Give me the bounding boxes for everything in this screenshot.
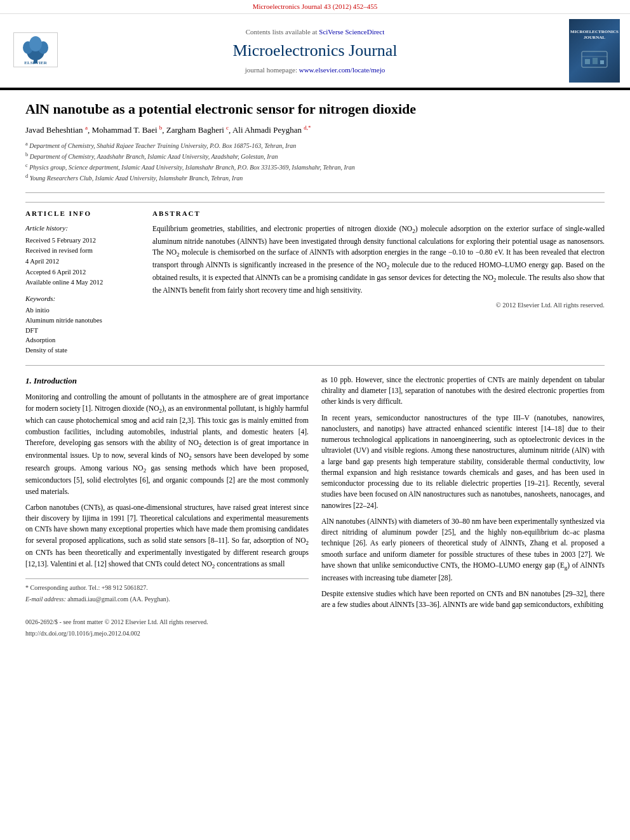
top-bar: Microelectronics Journal 43 (2012) 452–4… <box>0 0 630 14</box>
intro-para-2: Carbon nanotubes (CNTs), as quasi-one-di… <box>25 502 309 571</box>
journal-thumb-box: MICROELECTRONICSJOURNAL <box>569 19 620 83</box>
homepage-link[interactable]: www.elsevier.com/locate/mejo <box>299 66 385 74</box>
section1-heading: 1. Introduction <box>25 375 309 387</box>
footnote-2: E-mail address: ahmadi.iau@gmail.com (AA… <box>25 594 309 604</box>
affiliations: a Department of Chemistry, Shahid Rajaee… <box>25 140 605 183</box>
two-column-body: 1. Introduction Monitoring and controlli… <box>25 375 605 641</box>
footnote-4: http://dx.doi.org/10.1016/j.mejo.2012.04… <box>25 629 309 638</box>
keyword-5: Density of state <box>25 346 140 356</box>
elsevier-logo-box: ELSEVIER <box>13 32 58 67</box>
keyword-4: Adsorption <box>25 336 140 345</box>
article-info-abstract: ARTICLE INFO Article history: Received 5… <box>25 202 605 356</box>
svg-text:ELSEVIER: ELSEVIER <box>24 60 47 65</box>
right-para-4: Despite extensive studies which have bee… <box>321 589 605 611</box>
abstract-text: Equilibrium geometries, stabilities, and… <box>152 223 605 296</box>
received-date: Received 5 February 2012 <box>25 236 140 246</box>
info-abstract-divider <box>25 192 605 193</box>
svg-point-4 <box>29 36 42 51</box>
abstract-label: ABSTRACT <box>152 209 605 218</box>
keywords-label: Keywords: <box>25 294 140 303</box>
available-date: Available online 4 May 2012 <box>25 278 140 288</box>
keyword-2: Aluminum nitride nanotubes <box>25 316 140 326</box>
article-info: ARTICLE INFO Article history: Received 5… <box>25 209 140 356</box>
svg-rect-9 <box>593 58 598 64</box>
journal-title: Microelectronics Journal <box>61 39 569 62</box>
article-info-label: ARTICLE INFO <box>25 209 140 218</box>
contents-line: Contents lists available at SciVerse Sci… <box>61 27 569 37</box>
article-title: AlN nanotube as a potential electronic s… <box>25 100 605 119</box>
right-column: as 10 ppb. However, since the electronic… <box>321 375 605 641</box>
intro-para-1: Monitoring and controlling the amount of… <box>25 392 309 497</box>
received-revised-label: Received in revised form <box>25 246 140 256</box>
keyword-3: DFT <box>25 326 140 336</box>
sciverse-link[interactable]: SciVerse ScienceDirect <box>319 28 384 36</box>
affiliation-a: a Department of Chemistry, Shahid Rajaee… <box>25 140 605 150</box>
journal-header: ELSEVIER Contents lists available at Sci… <box>0 14 630 89</box>
right-para-2: In recent years, semiconductor nanostruc… <box>321 413 605 511</box>
copyright-line: © 2012 Elsevier Ltd. All rights reserved… <box>152 301 605 310</box>
authors-line: Javad Beheshtian a, Mohammad T. Baei b, … <box>25 124 605 137</box>
thumb-decoration <box>579 45 610 73</box>
abstract-section: ABSTRACT Equilibrium geometries, stabili… <box>152 209 605 356</box>
footnote-area: * Corresponding author. Tel.: +98 912 50… <box>25 578 309 638</box>
journal-header-center: Contents lists available at SciVerse Sci… <box>61 27 569 75</box>
elsevier-tree-svg: ELSEVIER <box>17 34 55 65</box>
journal-thumbnail: MICROELECTRONICSJOURNAL <box>569 19 620 83</box>
keyword-1: Ab initio <box>25 306 140 316</box>
received-revised-date: 4 April 2012 <box>25 257 140 267</box>
thumb-label: MICROELECTRONICSJOURNAL <box>570 29 619 41</box>
footnote-3: 0026-2692/$ - see front matter © 2012 El… <box>25 617 309 627</box>
body-divider <box>25 365 605 366</box>
affiliation-c: c Physics group, Science department, Isl… <box>25 162 605 172</box>
thumb-svg <box>579 45 610 70</box>
affiliation-b: b Department of Chemistry, Azadshahr Bra… <box>25 151 605 161</box>
article-page: AlN nanotube as a potential electronic s… <box>0 90 630 650</box>
affiliation-d: d Young Researchers Club, Islamic Azad U… <box>25 173 605 183</box>
elsevier-logo: ELSEVIER <box>10 32 61 70</box>
svg-rect-8 <box>585 59 590 64</box>
right-para-1: as 10 ppb. However, since the electronic… <box>321 375 605 408</box>
svg-rect-10 <box>600 60 604 64</box>
footnote-blank <box>25 606 309 615</box>
right-para-3: AlN nanotubes (AlNNTs) with diameters of… <box>321 516 605 583</box>
article-history-label: Article history: <box>25 223 140 233</box>
left-column: 1. Introduction Monitoring and controlli… <box>25 375 309 641</box>
footnote-1: * Corresponding author. Tel.: +98 912 50… <box>25 583 309 592</box>
accepted-date: Accepted 6 April 2012 <box>25 268 140 277</box>
journal-citation: Microelectronics Journal 43 (2012) 452–4… <box>253 3 378 10</box>
journal-homepage: journal homepage: www.elsevier.com/locat… <box>61 65 569 75</box>
